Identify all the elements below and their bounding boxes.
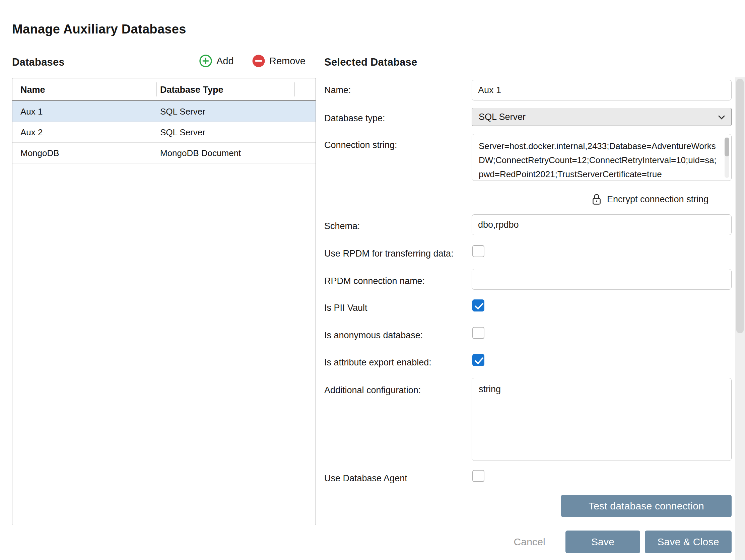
name-field-label: Name: <box>324 84 351 96</box>
is-pii-vault-label: Is PII Vault <box>324 301 367 314</box>
chevron-down-icon <box>718 113 725 120</box>
cell-database-type: SQL Server <box>160 122 205 143</box>
table-row-aux2[interactable]: Aux 2 SQL Server <box>12 122 316 143</box>
vertical-scrollbar[interactable] <box>735 77 745 560</box>
schema-field-label: Schema: <box>324 220 360 232</box>
is-pii-vault-checkbox[interactable] <box>472 299 484 311</box>
save-button[interactable]: Save <box>565 530 640 553</box>
additional-configuration-textarea[interactable]: string <box>472 378 732 461</box>
cell-database-type: MongoDB Document <box>160 143 241 163</box>
use-rpdm-checkbox[interactable] <box>472 245 484 257</box>
databases-heading: Databases <box>12 56 65 68</box>
table-row-mongodb[interactable]: MongoDB MongoDB Document <box>12 143 316 163</box>
encrypt-connection-string-label: Encrypt connection string <box>607 194 709 205</box>
is-anonymous-database-checkbox[interactable] <box>472 327 484 339</box>
use-database-agent-label: Use Database Agent <box>324 472 407 485</box>
use-database-agent-checkbox[interactable] <box>472 470 484 482</box>
name-input[interactable] <box>472 80 732 100</box>
remove-database-button[interactable]: Remove <box>252 54 305 68</box>
textarea-scrollbar-thumb[interactable] <box>724 138 729 156</box>
table-row-aux1[interactable]: Aux 1 SQL Server <box>12 101 316 122</box>
remove-label: Remove <box>269 56 305 67</box>
use-rpdm-label: Use RPDM for transferring data: <box>324 247 454 260</box>
vertical-scrollbar-thumb[interactable] <box>736 79 744 333</box>
cell-name: Aux 2 <box>21 122 43 143</box>
save-and-close-button[interactable]: Save & Close <box>645 530 732 553</box>
database-type-field-label: Database type: <box>324 112 385 125</box>
additional-configuration-label: Additional configuration: <box>324 384 421 397</box>
database-type-select[interactable]: SQL Server <box>472 108 732 126</box>
column-header-name[interactable]: Name <box>21 78 45 101</box>
add-icon <box>199 54 213 68</box>
rpdm-connection-name-label: RPDM connection name: <box>324 275 425 287</box>
encrypt-connection-string-button[interactable]: Encrypt connection string <box>591 192 709 207</box>
selected-database-heading: Selected Database <box>324 56 417 68</box>
connection-string-value: Server=host.docker.internal,2433;Databas… <box>479 139 716 181</box>
cancel-button[interactable]: Cancel <box>495 535 545 548</box>
connection-string-field-label: Connection string: <box>324 139 397 152</box>
page-title: Manage Auxiliary Databases <box>12 22 186 36</box>
schema-input[interactable] <box>472 215 732 235</box>
lock-icon <box>591 193 602 206</box>
connection-string-textarea[interactable]: Server=host.docker.internal,2433;Databas… <box>472 134 732 181</box>
cell-name: Aux 1 <box>21 101 43 122</box>
cell-database-type: SQL Server <box>160 101 205 122</box>
database-type-selected-value: SQL Server <box>479 112 526 122</box>
databases-table-header: Name Database Type <box>12 78 316 101</box>
databases-table: Name Database Type Aux 1 SQL Server Aux … <box>12 78 316 525</box>
remove-icon <box>252 54 265 68</box>
column-header-database-type[interactable]: Database Type <box>160 78 223 101</box>
is-attribute-export-enabled-checkbox[interactable] <box>472 354 484 366</box>
manage-auxiliary-databases-dialog: Manage Auxiliary Databases Databases Add… <box>0 0 745 560</box>
column-divider <box>156 83 157 96</box>
cell-name: MongoDB <box>21 143 59 163</box>
rpdm-connection-name-input[interactable] <box>472 269 732 290</box>
is-anonymous-database-label: Is anonymous database: <box>324 329 423 342</box>
is-attribute-export-enabled-label: Is attribute export enabled: <box>324 356 431 369</box>
test-database-connection-button[interactable]: Test database connection <box>561 495 732 517</box>
add-database-button[interactable]: Add <box>199 54 234 68</box>
column-divider <box>294 83 295 96</box>
add-label: Add <box>217 56 234 67</box>
additional-configuration-value: string <box>479 383 724 396</box>
